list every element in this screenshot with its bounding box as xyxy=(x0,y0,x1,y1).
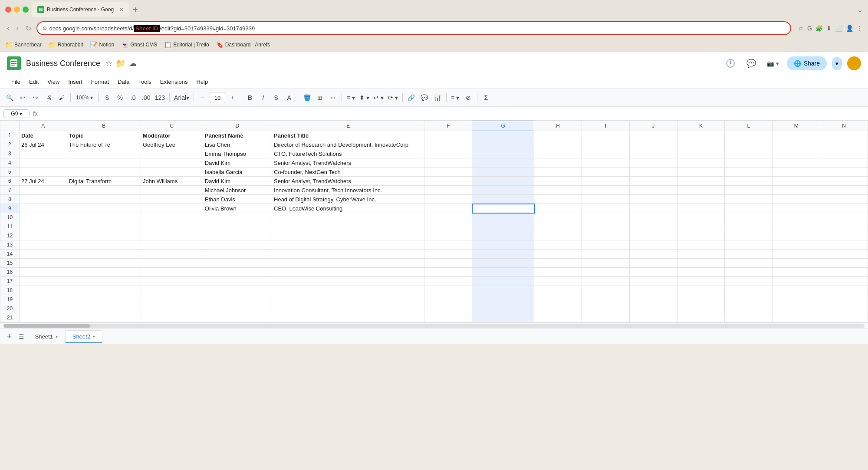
cell-N9[interactable] xyxy=(820,204,868,213)
cell-E4[interactable]: Senior Analyst, TrendWatchers xyxy=(272,158,424,168)
cell-G5[interactable] xyxy=(472,168,534,177)
cell-E2[interactable]: Director of Research and Development, In… xyxy=(272,140,424,149)
cell-K2[interactable] xyxy=(677,140,725,149)
cell-M6[interactable] xyxy=(773,177,820,186)
cell-M7[interactable] xyxy=(773,186,820,195)
cell-F2[interactable] xyxy=(424,140,472,149)
cell-E7[interactable]: Innovation Consultant, Tech Innovators I… xyxy=(272,186,424,195)
avatar[interactable] xyxy=(847,56,861,70)
cell-N6[interactable] xyxy=(820,177,868,186)
cell-B4[interactable] xyxy=(67,158,141,168)
paint-format-button[interactable]: 🖌 xyxy=(56,92,68,104)
text-color-button[interactable]: A xyxy=(283,92,295,104)
cell-D4[interactable]: David Kim xyxy=(203,158,272,168)
halign-button[interactable]: ≡ ▾ xyxy=(345,92,357,104)
col-header-D[interactable]: D xyxy=(203,121,272,131)
font-size-box[interactable]: 10 xyxy=(210,92,225,103)
bookmark-roborabbit[interactable]: 📁 Roborabbit xyxy=(49,41,83,48)
cell-N8[interactable] xyxy=(820,195,868,204)
cell-H5[interactable] xyxy=(534,168,582,177)
font-dropdown[interactable]: Arial ▾ xyxy=(172,92,191,104)
cell-B1[interactable]: Topic xyxy=(67,131,141,140)
currency-button[interactable]: $ xyxy=(101,92,113,104)
decimal-increase-button[interactable]: .00 xyxy=(140,92,152,104)
active-tab[interactable]: Business Conference - Goog ✕ xyxy=(32,2,129,17)
comment-button[interactable]: 💬 xyxy=(418,92,431,104)
maximize-button[interactable] xyxy=(23,7,29,13)
cell-I2[interactable] xyxy=(582,140,629,149)
bookmark-ahrefs[interactable]: 🔖 Dashboard - Ahrefs xyxy=(216,41,270,48)
strikethrough-button[interactable]: S xyxy=(270,92,282,104)
cell-E6[interactable]: Senior Analyst, TrendWatchers xyxy=(272,177,424,186)
cell-G1[interactable] xyxy=(472,131,534,140)
cell-N5[interactable] xyxy=(820,168,868,177)
col-header-J[interactable]: J xyxy=(629,121,677,131)
col-header-K[interactable]: K xyxy=(677,121,725,131)
cell-F8[interactable] xyxy=(424,195,472,204)
cell-G4[interactable] xyxy=(472,158,534,168)
menu-file[interactable]: File xyxy=(7,77,25,87)
cell-D9[interactable]: Olivia Brown xyxy=(203,204,272,213)
cell-D5[interactable]: Isabella Garcia xyxy=(203,168,272,177)
cell-L1[interactable] xyxy=(725,131,773,140)
cell-A8[interactable] xyxy=(19,195,67,204)
menu-tools[interactable]: Tools xyxy=(134,77,155,87)
cell-K8[interactable] xyxy=(677,195,725,204)
cell-F9[interactable] xyxy=(424,204,472,213)
cell-L4[interactable] xyxy=(725,158,773,168)
address-bar[interactable]: ⊙ docs.google.com/spreadsheets/d/Sheet I… xyxy=(36,21,791,35)
col-header-F[interactable]: F xyxy=(424,121,472,131)
history-icon[interactable]: 🕐 xyxy=(723,56,738,71)
cell-L6[interactable] xyxy=(725,177,773,186)
cell-N3[interactable] xyxy=(820,149,868,158)
cell-A3[interactable] xyxy=(19,149,67,158)
filter-button[interactable]: ≡ ▾ xyxy=(449,92,461,104)
cell-F3[interactable] xyxy=(424,149,472,158)
cell-K7[interactable] xyxy=(677,186,725,195)
formula-input[interactable] xyxy=(41,110,865,117)
cell-B3[interactable] xyxy=(67,149,141,158)
download-icon[interactable]: ⬇ xyxy=(826,25,832,32)
cell-E3[interactable]: CTO, FutureTech Solutions xyxy=(272,149,424,158)
cell-K5[interactable] xyxy=(677,168,725,177)
cell-M8[interactable] xyxy=(773,195,820,204)
cell-B6[interactable]: Digital Transform xyxy=(67,177,141,186)
merge-button[interactable]: ⇿ xyxy=(327,92,339,104)
cell-A5[interactable] xyxy=(19,168,67,177)
forward-button[interactable]: › xyxy=(14,23,20,34)
cell-E5[interactable]: Co-founder, NextGen Tech xyxy=(272,168,424,177)
cell-J9[interactable] xyxy=(629,204,677,213)
cell-K4[interactable] xyxy=(677,158,725,168)
menu-help[interactable]: Help xyxy=(192,77,212,87)
cell-I9[interactable] xyxy=(582,204,629,213)
bold-button[interactable]: B xyxy=(244,92,256,104)
cell-L9[interactable] xyxy=(725,204,773,213)
col-header-H[interactable]: H xyxy=(534,121,582,131)
search-button[interactable]: 🔍 xyxy=(3,92,16,104)
share-arrow-button[interactable]: ▾ xyxy=(832,57,842,70)
cell-F4[interactable] xyxy=(424,158,472,168)
cell-H7[interactable] xyxy=(534,186,582,195)
menu-dots-icon[interactable]: ⋮ xyxy=(857,25,863,32)
cell-N1[interactable] xyxy=(820,131,868,140)
cell-D7[interactable]: Michael Johnsor xyxy=(203,186,272,195)
conditional-format-button[interactable]: ⊘ xyxy=(462,92,474,104)
cell-A1[interactable]: Date xyxy=(19,131,67,140)
cell-C6[interactable]: John Williams xyxy=(141,177,203,186)
cell-J4[interactable] xyxy=(629,158,677,168)
redo-button[interactable]: ↪ xyxy=(30,92,42,104)
cast-icon[interactable]: ⬜ xyxy=(835,25,842,32)
menu-view[interactable]: View xyxy=(43,77,64,87)
cell-M4[interactable] xyxy=(773,158,820,168)
new-tab-button[interactable]: + xyxy=(133,5,138,15)
menu-insert[interactable]: Insert xyxy=(64,77,87,87)
cell-J3[interactable] xyxy=(629,149,677,158)
cell-E8[interactable]: Head of Digital Strategy, CyberWave Inc. xyxy=(272,195,424,204)
cell-C1[interactable]: Moderator xyxy=(141,131,203,140)
cell-G3[interactable] xyxy=(472,149,534,158)
cell-C8[interactable] xyxy=(141,195,203,204)
cell-B8[interactable] xyxy=(67,195,141,204)
col-header-N[interactable]: N xyxy=(820,121,868,131)
cell-B2[interactable]: The Future of Te xyxy=(67,140,141,149)
cell-N4[interactable] xyxy=(820,158,868,168)
